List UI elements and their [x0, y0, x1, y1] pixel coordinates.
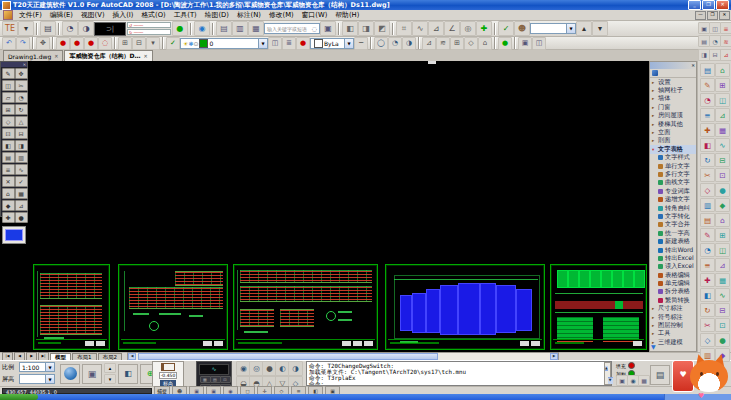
menu-arrow-icon[interactable]: ▾ [18, 21, 34, 36]
screen-menu-item-楼梯其他[interactable]: ▸楼梯其他 [650, 120, 696, 128]
star-icon[interactable]: ✓ [498, 21, 514, 36]
ptool-icon[interactable]: ▥ [700, 198, 715, 212]
menu-窗口(W)[interactable]: 窗口(W) [298, 10, 332, 20]
dropdown-arrow-icon[interactable]: ▼ [258, 39, 267, 48]
preview-panel[interactable] [2, 226, 26, 244]
ptool-icon[interactable]: ⊟ [715, 153, 730, 167]
menu-插入(I)[interactable]: 插入(I) [109, 10, 138, 20]
scrollbar-thumb[interactable] [138, 353, 438, 360]
dim-c-icon[interactable]: ⊞ [450, 37, 464, 50]
slope-icon[interactable]: ⊿ [428, 21, 444, 36]
ptool-icon[interactable]: ⌂ [715, 63, 730, 77]
toggle-status-icon[interactable] [628, 362, 635, 369]
ptool-icon[interactable]: ▦ [715, 273, 730, 287]
minimize-button[interactable]: _ [688, 0, 701, 10]
linestyle-row-1[interactable]: ↺ ──── [127, 22, 171, 28]
start-button[interactable] [0, 394, 38, 400]
view-tool-button[interactable]: ◧ [118, 364, 138, 384]
elevation-value[interactable]: -0.450 [159, 372, 178, 379]
ptool-icon[interactable]: ✎ [700, 228, 715, 242]
menu-格式(O)[interactable]: 格式(O) [137, 10, 169, 20]
ptool-icon[interactable]: ✚ [700, 273, 715, 287]
zoom-window-icon[interactable]: ◔ [62, 21, 78, 36]
sheet-manager-icon[interactable]: ▦ [248, 21, 264, 36]
screen-menu-title-bar[interactable]: ✕ [650, 62, 696, 69]
document-tab[interactable]: Drawing1.dwg✕ [3, 50, 63, 61]
osnap-a-icon[interactable]: ● [56, 37, 70, 50]
ptool-icon[interactable]: ● [715, 183, 730, 197]
mark-c-icon[interactable]: ◩ [374, 21, 390, 36]
win-f-icon[interactable]: ≋ [720, 35, 731, 47]
search-input[interactable]: 输入关键字或短语 ◌ [264, 23, 320, 34]
globe-icon[interactable]: ◉ [194, 21, 210, 36]
extend-icon[interactable]: ⊡ [2, 128, 15, 139]
screen-menu-header[interactable] [650, 69, 696, 78]
ptool-icon[interactable]: ▤ [700, 63, 715, 77]
osnap-b-icon[interactable]: ● [70, 37, 84, 50]
screen-menu-item-立面[interactable]: ▸立面 [650, 128, 696, 136]
dim-e-icon[interactable]: ⌂ [478, 37, 492, 50]
mdi-close-button[interactable]: ✕ [719, 11, 730, 20]
document-tab[interactable]: 军威物资仓库（结构）D…✕ [64, 50, 152, 61]
copy-icon[interactable]: ◫ [2, 80, 15, 91]
tarch-logo-icon[interactable]: TE [2, 21, 18, 36]
layer-lock-icon[interactable]: ⊙ [193, 40, 198, 47]
menu-绘图(D)[interactable]: 绘图(D) [201, 10, 233, 20]
ptool-icon[interactable]: ◧ [700, 138, 715, 152]
slope-icon[interactable]: ⊿ [15, 200, 28, 211]
tab-close-icon[interactable]: ✕ [54, 53, 58, 59]
elevation-panel[interactable]: -0.450 标高 [152, 361, 184, 387]
region-icon[interactable]: ▥ [15, 152, 28, 163]
sheet-icon[interactable]: ⊟ [132, 37, 146, 50]
ok-icon[interactable]: ✓ [15, 176, 28, 187]
dropdown-arrow-icon[interactable]: ▼ [566, 24, 575, 33]
erase-icon[interactable]: ✕ [2, 176, 15, 187]
plus-icon[interactable]: ✚ [476, 21, 492, 36]
ptool-icon[interactable]: ⊟ [715, 303, 730, 317]
break-icon[interactable]: ⊟ [15, 128, 28, 139]
m3-icon[interactable]: ▦ [638, 375, 650, 386]
fox-mascot-widget[interactable]: ♥ ♥ [672, 352, 731, 400]
search-icon[interactable]: ◌ [312, 25, 317, 32]
preview-box[interactable]: ⊃| [94, 22, 126, 36]
layer-previous-icon[interactable]: ● [296, 37, 310, 50]
menu-修改(M)[interactable]: 修改(M) [265, 10, 298, 20]
ptool-icon[interactable]: ▦ [715, 123, 730, 137]
pan-icon[interactable]: ✥ [36, 37, 50, 50]
toggle-填充[interactable]: 填充 [616, 362, 635, 369]
table-icon[interactable]: ⊞ [118, 37, 132, 50]
fillet-icon[interactable]: ◧ [2, 140, 15, 151]
osnap-ring-icon[interactable]: ◌ [98, 37, 112, 50]
ptool-icon[interactable]: ∿ [715, 288, 730, 302]
close-icon[interactable]: ✕ [23, 62, 26, 67]
dim-b-icon[interactable]: ≋ [436, 37, 450, 50]
ptool-icon[interactable]: ◇ [700, 333, 715, 347]
tarch-menu-icon[interactable] [3, 10, 13, 20]
dropdown-arrow-icon[interactable]: ▼ [344, 39, 353, 48]
layer-manager-icon[interactable]: ≣ [282, 37, 296, 50]
move-icon[interactable]: ✥ [15, 68, 28, 79]
mark-a-icon[interactable]: ◧ [342, 21, 358, 36]
ptool-icon[interactable]: ⊿ [715, 258, 730, 272]
osnap-c-icon[interactable]: ● [84, 37, 98, 50]
ptool-icon[interactable]: ◔ [700, 93, 715, 107]
ptool-icon[interactable]: ⊿ [715, 108, 730, 122]
wave-icon[interactable]: ∿ [412, 21, 428, 36]
plus-icon[interactable]: ✚ [2, 212, 15, 223]
fill-toggle-icon[interactable]: ● [172, 21, 188, 36]
ptool-icon[interactable]: ✂ [700, 168, 715, 182]
ptool-icon[interactable]: ⊡ [715, 318, 730, 332]
tab-close-icon[interactable]: ✕ [143, 53, 147, 59]
drawing-canvas[interactable] [0, 61, 649, 352]
screen-menu-item-轴网柱子[interactable]: ▸轴网柱子 [650, 86, 696, 94]
scroll-down-icon[interactable]: ▼ [608, 377, 613, 384]
ptool-icon[interactable]: ∿ [715, 138, 730, 152]
ptool-icon[interactable]: ⌂ [715, 213, 730, 227]
workspace-dropdown[interactable]: ▼ [530, 23, 576, 34]
dim-d-icon[interactable]: ◇ [464, 37, 478, 50]
ptool-icon[interactable]: ↻ [700, 303, 715, 317]
rotate-icon[interactable]: ◔ [15, 92, 28, 103]
undo-icon[interactable]: ↶ [2, 37, 16, 50]
c2-icon[interactable]: ▤ [210, 376, 221, 383]
ptool-icon[interactable]: ◧ [700, 288, 715, 302]
